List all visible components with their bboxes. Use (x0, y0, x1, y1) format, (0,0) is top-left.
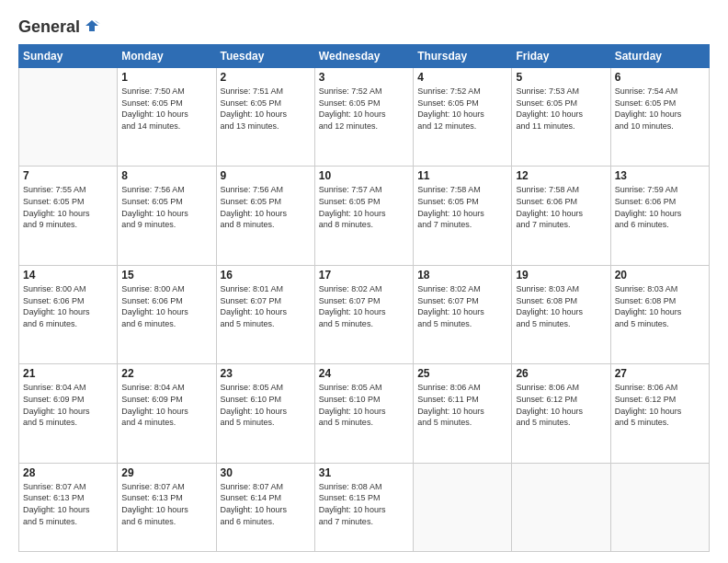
calendar-cell: 25Sunrise: 8:06 AMSunset: 6:11 PMDayligh… (414, 364, 512, 463)
day-number: 14 (23, 269, 113, 282)
day-info: Sunrise: 8:08 AMSunset: 6:15 PMDaylight:… (319, 481, 409, 527)
calendar-week-row: 1Sunrise: 7:50 AMSunset: 6:05 PMDaylight… (19, 68, 710, 167)
day-info: Sunrise: 7:56 AMSunset: 6:05 PMDaylight:… (121, 184, 211, 230)
logo-general: General (18, 17, 80, 37)
day-number: 31 (319, 466, 409, 479)
calendar-cell: 18Sunrise: 8:02 AMSunset: 6:07 PMDayligh… (414, 265, 512, 363)
day-info: Sunrise: 8:02 AMSunset: 6:07 PMDaylight:… (417, 283, 507, 329)
day-number: 16 (221, 269, 311, 282)
header: General (18, 17, 710, 35)
day-number: 8 (121, 169, 211, 182)
day-info: Sunrise: 7:57 AMSunset: 6:05 PMDaylight:… (319, 184, 409, 230)
calendar-cell: 8Sunrise: 7:56 AMSunset: 6:05 PMDaylight… (118, 167, 216, 265)
day-number: 3 (319, 71, 409, 84)
calendar-cell: 21Sunrise: 8:04 AMSunset: 6:09 PMDayligh… (19, 364, 118, 463)
day-info: Sunrise: 8:05 AMSunset: 6:10 PMDaylight:… (319, 382, 409, 428)
calendar-cell (512, 463, 610, 551)
weekday-header-thursday: Thursday (414, 45, 512, 68)
calendar-cell: 31Sunrise: 8:08 AMSunset: 6:15 PMDayligh… (314, 463, 413, 551)
day-number: 24 (319, 367, 409, 380)
day-info: Sunrise: 7:52 AMSunset: 6:05 PMDaylight:… (417, 86, 507, 132)
day-info: Sunrise: 8:06 AMSunset: 6:12 PMDaylight:… (516, 382, 606, 428)
calendar-cell: 11Sunrise: 7:58 AMSunset: 6:05 PMDayligh… (414, 167, 512, 265)
calendar-cell: 26Sunrise: 8:06 AMSunset: 6:12 PMDayligh… (512, 364, 610, 463)
calendar-cell: 24Sunrise: 8:05 AMSunset: 6:10 PMDayligh… (314, 364, 413, 463)
day-info: Sunrise: 8:06 AMSunset: 6:11 PMDaylight:… (417, 382, 507, 428)
weekday-header-monday: Monday (118, 45, 216, 68)
day-info: Sunrise: 7:54 AMSunset: 6:05 PMDaylight:… (615, 86, 705, 132)
calendar-week-row: 28Sunrise: 8:07 AMSunset: 6:13 PMDayligh… (19, 463, 710, 551)
calendar-cell: 19Sunrise: 8:03 AMSunset: 6:08 PMDayligh… (512, 265, 610, 363)
day-number: 7 (23, 169, 113, 182)
calendar-cell: 7Sunrise: 7:55 AMSunset: 6:05 PMDaylight… (19, 167, 118, 265)
day-info: Sunrise: 8:07 AMSunset: 6:13 PMDaylight:… (23, 481, 113, 527)
day-number: 6 (615, 71, 705, 84)
day-info: Sunrise: 8:03 AMSunset: 6:08 PMDaylight:… (516, 283, 606, 329)
calendar-cell: 6Sunrise: 7:54 AMSunset: 6:05 PMDaylight… (610, 68, 709, 167)
calendar-cell: 1Sunrise: 7:50 AMSunset: 6:05 PMDaylight… (118, 68, 216, 167)
day-info: Sunrise: 7:51 AMSunset: 6:05 PMDaylight:… (221, 86, 311, 132)
day-number: 4 (417, 71, 507, 84)
day-info: Sunrise: 7:56 AMSunset: 6:05 PMDaylight:… (221, 184, 311, 230)
day-number: 11 (417, 169, 507, 182)
day-info: Sunrise: 7:58 AMSunset: 6:05 PMDaylight:… (417, 184, 507, 230)
calendar-cell (610, 463, 709, 551)
day-number: 27 (615, 367, 705, 380)
calendar-cell: 29Sunrise: 8:07 AMSunset: 6:13 PMDayligh… (118, 463, 216, 551)
calendar-week-row: 21Sunrise: 8:04 AMSunset: 6:09 PMDayligh… (19, 364, 710, 463)
day-info: Sunrise: 8:04 AMSunset: 6:09 PMDaylight:… (121, 382, 211, 428)
day-number: 10 (319, 169, 409, 182)
day-number: 21 (23, 367, 113, 380)
day-info: Sunrise: 7:50 AMSunset: 6:05 PMDaylight:… (121, 86, 211, 132)
calendar-week-row: 7Sunrise: 7:55 AMSunset: 6:05 PMDaylight… (19, 167, 710, 265)
weekday-header-wednesday: Wednesday (314, 45, 413, 68)
calendar-cell: 28Sunrise: 8:07 AMSunset: 6:13 PMDayligh… (19, 463, 118, 551)
day-number: 20 (615, 269, 705, 282)
calendar-week-row: 14Sunrise: 8:00 AMSunset: 6:06 PMDayligh… (19, 265, 710, 363)
weekday-header-sunday: Sunday (19, 45, 118, 68)
calendar-cell: 10Sunrise: 7:57 AMSunset: 6:05 PMDayligh… (314, 167, 413, 265)
weekday-header-friday: Friday (512, 45, 610, 68)
calendar-cell: 27Sunrise: 8:06 AMSunset: 6:12 PMDayligh… (610, 364, 709, 463)
day-info: Sunrise: 8:07 AMSunset: 6:13 PMDaylight:… (121, 481, 211, 527)
calendar-cell: 20Sunrise: 8:03 AMSunset: 6:08 PMDayligh… (610, 265, 709, 363)
day-info: Sunrise: 8:03 AMSunset: 6:08 PMDaylight:… (615, 283, 705, 329)
calendar-cell: 30Sunrise: 8:07 AMSunset: 6:14 PMDayligh… (216, 463, 314, 551)
page: General SundayMondayTuesdayWednesda (0, 0, 728, 563)
calendar-cell (19, 68, 118, 167)
logo: General (18, 17, 102, 35)
day-info: Sunrise: 7:59 AMSunset: 6:06 PMDaylight:… (615, 184, 705, 230)
day-info: Sunrise: 8:01 AMSunset: 6:07 PMDaylight:… (221, 283, 311, 329)
day-number: 19 (516, 269, 606, 282)
day-info: Sunrise: 8:04 AMSunset: 6:09 PMDaylight:… (23, 382, 113, 428)
day-number: 22 (121, 367, 211, 380)
calendar-cell: 15Sunrise: 8:00 AMSunset: 6:06 PMDayligh… (118, 265, 216, 363)
day-number: 12 (516, 169, 606, 182)
day-info: Sunrise: 8:05 AMSunset: 6:10 PMDaylight:… (221, 382, 311, 428)
day-number: 15 (121, 269, 211, 282)
day-number: 23 (221, 367, 311, 380)
day-info: Sunrise: 7:58 AMSunset: 6:06 PMDaylight:… (516, 184, 606, 230)
calendar-cell: 14Sunrise: 8:00 AMSunset: 6:06 PMDayligh… (19, 265, 118, 363)
day-info: Sunrise: 7:55 AMSunset: 6:05 PMDaylight:… (23, 184, 113, 230)
calendar-cell: 17Sunrise: 8:02 AMSunset: 6:07 PMDayligh… (314, 265, 413, 363)
calendar-cell: 2Sunrise: 7:51 AMSunset: 6:05 PMDaylight… (216, 68, 314, 167)
calendar-cell: 22Sunrise: 8:04 AMSunset: 6:09 PMDayligh… (118, 364, 216, 463)
calendar-cell: 3Sunrise: 7:52 AMSunset: 6:05 PMDaylight… (314, 68, 413, 167)
day-number: 1 (121, 71, 211, 84)
day-info: Sunrise: 7:53 AMSunset: 6:05 PMDaylight:… (516, 86, 606, 132)
day-number: 28 (23, 466, 113, 479)
day-info: Sunrise: 8:00 AMSunset: 6:06 PMDaylight:… (121, 283, 211, 329)
day-number: 29 (121, 466, 211, 479)
calendar-cell: 5Sunrise: 7:53 AMSunset: 6:05 PMDaylight… (512, 68, 610, 167)
calendar-cell: 23Sunrise: 8:05 AMSunset: 6:10 PMDayligh… (216, 364, 314, 463)
calendar-cell: 13Sunrise: 7:59 AMSunset: 6:06 PMDayligh… (610, 167, 709, 265)
day-number: 13 (615, 169, 705, 182)
day-number: 17 (319, 269, 409, 282)
day-number: 2 (221, 71, 311, 84)
day-number: 30 (221, 466, 311, 479)
day-info: Sunrise: 7:52 AMSunset: 6:05 PMDaylight:… (319, 86, 409, 132)
day-number: 25 (417, 367, 507, 380)
day-info: Sunrise: 8:07 AMSunset: 6:14 PMDaylight:… (221, 481, 311, 527)
weekday-header-tuesday: Tuesday (216, 45, 314, 68)
